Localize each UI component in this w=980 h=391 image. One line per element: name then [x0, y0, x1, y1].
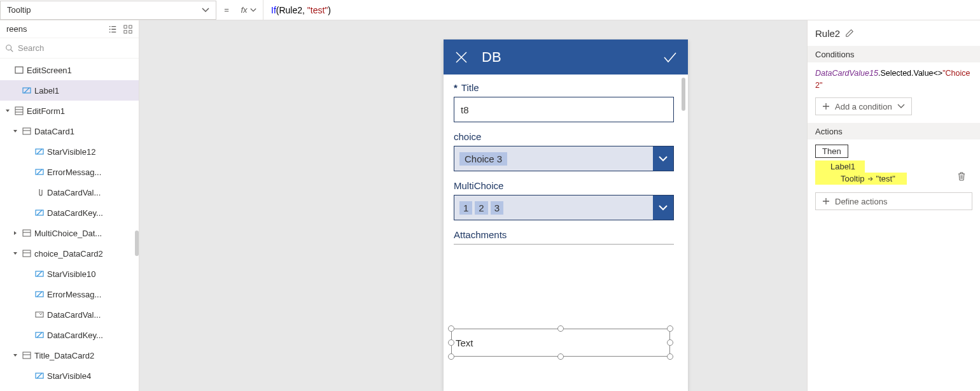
caret-icon[interactable] [11, 231, 19, 236]
tree-item-editform1[interactable]: EditForm1 [0, 101, 139, 121]
tree-item-datacard1[interactable]: DataCard1 [0, 121, 139, 141]
label-icon [34, 371, 45, 380]
svg-point-4 [6, 45, 11, 50]
tree-item-title-datacard2[interactable]: Title_DataCard2 [0, 345, 139, 366]
check-icon[interactable] [662, 50, 678, 65]
fx-button[interactable]: fx [234, 0, 263, 20]
tree: EditScreen1Label1EditForm1DataCard1StarV… [0, 59, 139, 391]
chevron-down-icon [897, 103, 905, 110]
card-icon [22, 351, 32, 360]
svg-rect-2 [124, 30, 127, 32]
svg-rect-0 [124, 25, 127, 27]
tree-item-label: DataCard1 [34, 127, 74, 136]
tree-item-multichoice-dat-[interactable]: MultiChoice_Dat... [0, 223, 139, 243]
add-condition-button[interactable]: Add a condition [815, 97, 912, 115]
trash-icon [957, 172, 966, 181]
property-name: Tooltip [7, 5, 31, 15]
tree-item-label: DataCardKey... [47, 331, 103, 340]
label-icon [34, 290, 45, 299]
caret-icon[interactable] [11, 129, 19, 134]
tree-item-starvisible10[interactable]: StarVisible10 [0, 264, 139, 284]
svg-rect-7 [15, 107, 23, 115]
resize-handle[interactable] [557, 353, 564, 360]
tree-item-datacardval-[interactable]: DataCardVal... [0, 182, 139, 203]
scrollbar[interactable] [135, 231, 139, 256]
search-row[interactable]: Search [0, 38, 139, 59]
tree-item-choice-datacard2[interactable]: choice_DataCard2 [0, 243, 139, 264]
multichoice-token[interactable]: 1 [459, 201, 472, 215]
action-target[interactable]: Label1 [815, 160, 865, 173]
resize-handle[interactable] [667, 325, 673, 332]
resize-handle[interactable] [667, 353, 673, 360]
choice-dropdown[interactable]: Choice 3 [454, 146, 674, 171]
formula-input[interactable]: If(Rule2, "test") [263, 0, 980, 20]
arrow-right-icon [867, 176, 874, 182]
card-icon [22, 229, 32, 238]
tree-item-datacardval-[interactable]: DataCardVal... [0, 304, 139, 325]
tree-item-starvisible12[interactable]: StarVisible12 [0, 141, 139, 162]
app-title: DB [482, 49, 501, 66]
edit-icon[interactable] [845, 29, 854, 38]
svg-rect-8 [23, 128, 31, 134]
condition-expression[interactable]: DataCardValue15.Selected.Value<>"Choice … [808, 62, 980, 96]
svg-rect-5 [15, 67, 23, 73]
tree-item-label: DataCardKey... [47, 208, 103, 218]
tree-item-label: ErrorMessag... [47, 290, 101, 299]
dropdown-icon [34, 310, 45, 319]
define-actions-button[interactable]: Define actions [815, 192, 972, 210]
tree-item-starvisible4[interactable]: StarVisible4 [0, 366, 139, 386]
resize-handle[interactable] [557, 325, 564, 332]
search-icon [5, 44, 14, 53]
tree-item-label: MultiChoice_Dat... [34, 229, 102, 238]
selected-label-control[interactable]: Text [451, 329, 670, 357]
label-text: Text [456, 338, 473, 348]
multichoice-token[interactable]: 2 [475, 201, 487, 215]
list-view-icon[interactable] [108, 25, 117, 34]
then-tab[interactable]: Then [815, 145, 848, 158]
tree-item-label: StarVisible4 [47, 371, 91, 381]
plus-icon [822, 103, 830, 110]
chevron-down-icon [658, 153, 668, 164]
action-detail[interactable]: Tooltip "test" [815, 173, 907, 185]
svg-rect-1 [129, 25, 132, 27]
tree-panel: reens Search EditScreen1Label1EditForm1D… [0, 20, 139, 391]
rule-title-row: Rule2 [808, 20, 980, 46]
tree-item-editscreen1[interactable]: EditScreen1 [0, 60, 139, 80]
equals-sign: = [219, 5, 234, 15]
svg-rect-12 [23, 230, 31, 236]
choice-field-label: choice [454, 131, 678, 142]
resize-handle[interactable] [667, 339, 673, 346]
multichoice-token[interactable]: 3 [491, 201, 503, 215]
multichoice-dropdown[interactable]: 123 [454, 195, 674, 220]
title-field-label: *Title [454, 82, 678, 93]
tree-item-label: Title_DataCard2 [34, 351, 94, 360]
resize-handle[interactable] [448, 353, 454, 360]
caret-icon[interactable] [4, 108, 11, 113]
delete-action-button[interactable] [957, 172, 966, 183]
canvas[interactable]: DB *Title t8 choice Choice 3 MultiChoice… [139, 20, 807, 391]
tree-item-datacardkey-[interactable]: DataCardKey... [0, 203, 139, 223]
label-icon [34, 269, 45, 278]
fx-label: fx [241, 5, 247, 15]
property-selector[interactable]: Tooltip [0, 1, 216, 20]
grid-view-icon[interactable] [123, 25, 132, 34]
close-icon[interactable] [454, 50, 469, 65]
resize-handle[interactable] [448, 339, 454, 346]
tree-item-datacardkey-[interactable]: DataCardKey... [0, 325, 139, 345]
actions-body: Then Label1 Tooltip "test" [815, 145, 972, 188]
svg-rect-3 [129, 30, 132, 32]
tree-item-label: StarVisible10 [47, 269, 95, 279]
title-input[interactable]: t8 [454, 97, 674, 122]
label-icon [34, 167, 45, 176]
tree-item-label: choice_DataCard2 [34, 249, 103, 259]
tree-panel-header: reens [0, 20, 139, 38]
tree-item-errormessag-[interactable]: ErrorMessag... [0, 284, 139, 304]
card-icon [22, 127, 32, 136]
caret-icon[interactable] [11, 353, 19, 358]
resize-handle[interactable] [448, 325, 454, 332]
label-icon [34, 331, 45, 339]
tree-item-errormessag-[interactable]: ErrorMessag... [0, 162, 139, 182]
tree-item-label1[interactable]: Label1 [0, 80, 139, 101]
caret-icon[interactable] [11, 251, 19, 256]
formula-token-fn: If [271, 5, 276, 15]
